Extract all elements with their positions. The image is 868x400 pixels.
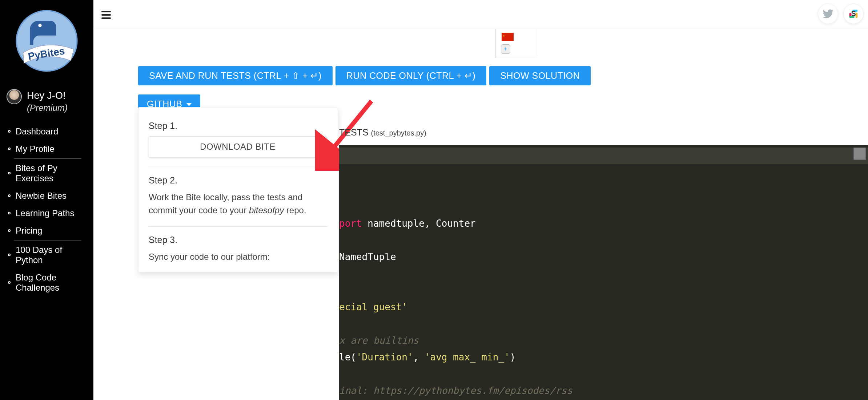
tests-header: TESTS (test_pybytes.py) bbox=[339, 127, 426, 138]
svg-point-2 bbox=[38, 24, 41, 27]
svg-text:S: S bbox=[851, 9, 856, 17]
copy-icon[interactable] bbox=[853, 148, 866, 160]
step2-repo-name: bitesofpy bbox=[249, 205, 284, 215]
editor-highlighted-line bbox=[339, 148, 868, 164]
save-and-run-tests-button[interactable]: SAVE AND RUN TESTS (CTRL + ⇧ + ↵) bbox=[138, 66, 333, 85]
chevron-down-icon bbox=[186, 103, 192, 106]
sidebar-item-label: Bites of Py Exercises bbox=[16, 163, 89, 183]
slack-icon: S bbox=[847, 8, 860, 20]
step2-post: repo. bbox=[284, 205, 306, 215]
sidebar-item-label: Blog Code Challenges bbox=[16, 272, 89, 293]
step3-text: Sync your code to our platform: bbox=[149, 250, 327, 263]
user-tier-label: Premium bbox=[30, 103, 65, 113]
sidebar-item-my-profile[interactable]: My Profile bbox=[0, 140, 93, 158]
slack-link[interactable]: S bbox=[843, 4, 864, 24]
sidebar-item-newbie-bites[interactable]: Newbie Bites bbox=[0, 187, 93, 205]
code-content: port namedtuple, Counter NamedTuple ecia… bbox=[339, 215, 868, 400]
twitter-link[interactable] bbox=[818, 4, 838, 24]
user-block: Hey J-O! (Premium) bbox=[0, 89, 93, 123]
sidebar-nav: Dashboard My Profile Bites of Py Exercis… bbox=[0, 123, 93, 296]
sidebar-item-label: 100 Days of Python bbox=[16, 245, 89, 265]
pybites-logo-icon: PyBites bbox=[13, 7, 80, 74]
step1-heading: Step 1. bbox=[149, 121, 327, 131]
github-dropdown-panel: Step 1. DOWNLOAD BITE Step 2. Work the B… bbox=[138, 107, 338, 272]
sidebar-item-label: Dashboard bbox=[16, 126, 58, 137]
user-greeting: Hey J-O! bbox=[27, 89, 68, 102]
plus-label: + bbox=[504, 45, 507, 53]
twitter-icon bbox=[822, 8, 834, 20]
sidebar-item-label: Pricing bbox=[16, 226, 42, 236]
sidebar-item-bites-of-py[interactable]: Bites of Py Exercises bbox=[0, 159, 93, 187]
sidebar-item-blog-challenges[interactable]: Blog Code Challenges bbox=[0, 269, 93, 296]
download-bite-button[interactable]: DOWNLOAD BITE bbox=[149, 136, 327, 157]
add-language-button[interactable]: + bbox=[501, 44, 510, 54]
topbar: S bbox=[93, 0, 868, 29]
china-flag-icon[interactable]: ★ bbox=[502, 33, 514, 41]
nav-divider bbox=[14, 240, 81, 241]
user-tier: (Premium) bbox=[27, 102, 68, 114]
language-card: ★ + bbox=[495, 29, 537, 58]
sidebar-item-label: My Profile bbox=[16, 144, 55, 154]
main-content: ★ + SAVE AND RUN TESTS (CTRL + ⇧ + ↵) RU… bbox=[93, 29, 868, 400]
show-solution-button[interactable]: SHOW SOLUTION bbox=[489, 66, 591, 85]
sidebar-item-learning-paths[interactable]: Learning Paths bbox=[0, 205, 93, 222]
sidebar-item-100-days[interactable]: 100 Days of Python bbox=[0, 241, 93, 269]
step2-heading: Step 2. bbox=[149, 175, 327, 186]
tests-filename: (test_pybytes.py) bbox=[371, 129, 426, 137]
dropdown-divider bbox=[149, 167, 327, 167]
sidebar-item-dashboard[interactable]: Dashboard bbox=[0, 123, 93, 140]
dropdown-divider bbox=[149, 226, 327, 227]
nav-divider bbox=[14, 158, 81, 159]
step2-text: Work the Bite locally, pass the tests an… bbox=[149, 191, 327, 217]
menu-toggle-button[interactable] bbox=[101, 11, 111, 19]
sidebar-item-label: Newbie Bites bbox=[16, 191, 67, 201]
brand-logo[interactable]: PyBites bbox=[0, 7, 93, 74]
sidebar: PyBites Hey J-O! (Premium) Dashboard My … bbox=[0, 0, 93, 400]
code-editor[interactable]: port namedtuple, Counter NamedTuple ecia… bbox=[339, 145, 868, 400]
avatar[interactable] bbox=[7, 89, 22, 104]
run-code-only-button[interactable]: RUN CODE ONLY (CTRL + ↵) bbox=[335, 66, 487, 85]
sidebar-item-label: Learning Paths bbox=[16, 208, 74, 218]
step3-heading: Step 3. bbox=[149, 235, 327, 245]
tests-label-text: TESTS bbox=[339, 127, 371, 137]
sidebar-item-pricing[interactable]: Pricing bbox=[0, 222, 93, 239]
